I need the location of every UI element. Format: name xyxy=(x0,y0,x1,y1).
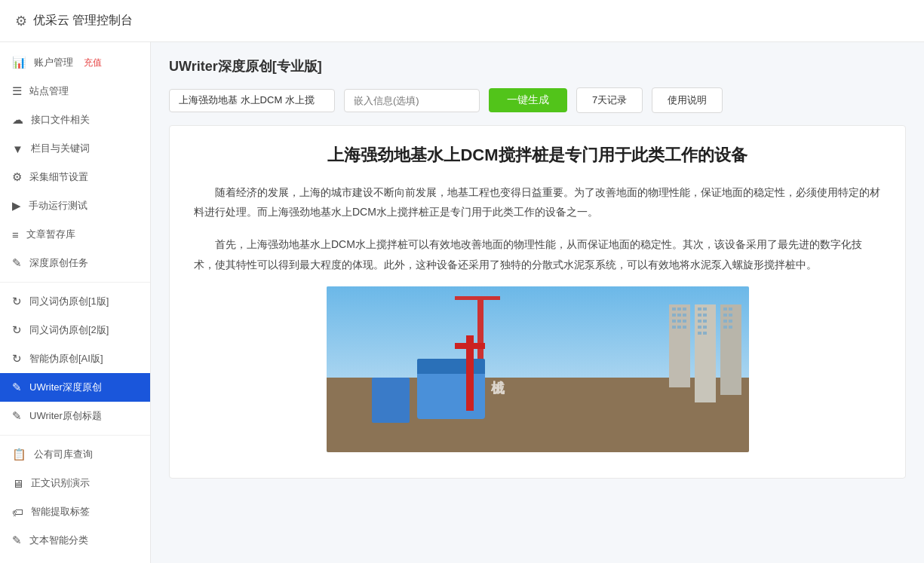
filter-icon: ▼ xyxy=(12,142,23,155)
building-3 xyxy=(720,304,741,395)
sidebar-label-uwriterdeep: UWriter深度原创 xyxy=(29,381,102,394)
generate-button[interactable]: 一键生成 xyxy=(489,88,567,112)
sidebar-label-synonym1: 同义词伪原创[1版] xyxy=(29,295,109,308)
recharge-badge[interactable]: 充值 xyxy=(84,57,102,69)
sidebar-label-deeporiginal: 深度原创任务 xyxy=(29,256,88,270)
sidebar-label-collection: 采集细节设置 xyxy=(29,170,88,184)
keyword-input[interactable] xyxy=(169,89,335,112)
sidebar-divider-2 xyxy=(0,435,150,436)
header: ⚙ 优采云 管理控制台 xyxy=(0,0,924,42)
red-pole xyxy=(466,335,474,411)
refresh-icon-1: ↻ xyxy=(12,295,22,308)
sidebar-label-smarttag: 智能提取标签 xyxy=(31,505,90,519)
building-1 xyxy=(669,304,690,387)
sidebar-item-textclass[interactable]: ✎ 文本智能分类 xyxy=(0,526,150,555)
sidebar-item-uwriterdeep[interactable]: ✎ UWriter深度原创 xyxy=(0,373,150,402)
layout: 📊 账户管理 充值 ☰ 站点管理 ☁ 接口文件相关 ▼ 栏目与关键词 ⚙ 采集细… xyxy=(0,42,924,563)
sidebar-item-columns[interactable]: ▼ 栏目与关键词 xyxy=(0,134,150,163)
buildings-group xyxy=(669,304,741,402)
play-icon: ▶ xyxy=(12,199,21,213)
sidebar: 📊 账户管理 充值 ☰ 站点管理 ☁ 接口文件相关 ▼ 栏目与关键词 ⚙ 采集细… xyxy=(0,42,151,563)
equipment-secondary xyxy=(372,378,410,423)
article-title: 上海强劲地基水上DCM搅拌桩是专门用于此类工作的设备 xyxy=(194,144,881,167)
clipboard-icon: 📋 xyxy=(12,448,26,461)
content-box: 上海强劲地基水上DCM搅拌桩是专门用于此类工作的设备 随着经济的发展，上海的城市… xyxy=(169,125,906,479)
sidebar-item-smarttag[interactable]: 🏷 智能提取标签 xyxy=(0,497,150,526)
article-image: 机械 xyxy=(327,286,749,452)
article-paragraph-1: 随着经济的发展，上海的城市建设不断向前发展，地基工程也变得日益重要。为了改善地面… xyxy=(194,182,881,222)
history-button[interactable]: 7天记录 xyxy=(576,87,643,113)
gear-icon: ⚙ xyxy=(15,13,27,29)
sidebar-label-recognition: 正文识别演示 xyxy=(31,476,90,490)
sidebar-label-interface: 接口文件相关 xyxy=(31,113,90,127)
chart-icon: 📊 xyxy=(12,56,26,69)
sidebar-item-manual[interactable]: ▶ 手动运行测试 xyxy=(0,191,150,220)
text-icon: ✎ xyxy=(12,534,22,547)
cloud-icon: ☁ xyxy=(12,113,23,127)
sidebar-item-uwritertitle[interactable]: ✎ UWriter原创标题 xyxy=(0,402,150,430)
sidebar-label-textclass: 文本智能分类 xyxy=(29,534,88,547)
tag-icon: 🏷 xyxy=(12,506,23,519)
app-title: 优采云 管理控制台 xyxy=(33,13,133,29)
sidebar-label-account: 账户管理 xyxy=(34,56,73,69)
settings-icon: ⚙ xyxy=(12,170,22,184)
sidebar-label-uwritertitle: UWriter原创标题 xyxy=(29,409,102,423)
sidebar-item-synonym1[interactable]: ↻ 同义词伪原创[1版] xyxy=(0,287,150,316)
sidebar-item-deeporiginal[interactable]: ✎ 深度原创任务 xyxy=(0,249,150,277)
stack-icon: ≡ xyxy=(12,228,19,241)
sidebar-item-draft[interactable]: ≡ 文章暂存库 xyxy=(0,220,150,249)
article-paragraph-2: 首先，上海强劲地基水上DCM水上搅拌桩可以有效地改善地面的物理性能，从而保证地面… xyxy=(194,234,881,274)
page-title: UWriter深度原创[专业版] xyxy=(169,57,906,75)
embed-input[interactable] xyxy=(344,89,480,112)
edit-icon-3: ✎ xyxy=(12,409,22,423)
toolbar: 一键生成 7天记录 使用说明 xyxy=(169,87,906,113)
building-2 xyxy=(695,304,716,402)
sidebar-label-draft: 文章暂存库 xyxy=(26,228,75,241)
sidebar-item-account[interactable]: 📊 账户管理 充值 xyxy=(0,48,150,77)
sidebar-label-manual: 手动运行测试 xyxy=(29,199,87,213)
sidebar-divider-1 xyxy=(0,282,150,283)
edit-icon: ✎ xyxy=(12,256,22,270)
refresh-icon-2: ↻ xyxy=(12,323,22,337)
sidebar-item-recognition[interactable]: 🖥 正文识别演示 xyxy=(0,469,150,497)
sidebar-label-columns: 栏目与关键词 xyxy=(31,142,90,155)
sidebar-item-synonym2[interactable]: ↻ 同义词伪原创[2版] xyxy=(0,316,150,344)
main-content: UWriter深度原创[专业版] 一键生成 7天记录 使用说明 上海强劲地基水上… xyxy=(151,42,924,563)
sidebar-label-aifake: 智能伪原创[AI版] xyxy=(29,352,103,366)
sidebar-item-aifake[interactable]: ↻ 智能伪原创[AI版] xyxy=(0,344,150,373)
sidebar-label-company: 公有司库查询 xyxy=(34,448,93,461)
equipment-main xyxy=(417,359,485,419)
sidebar-item-site[interactable]: ☰ 站点管理 xyxy=(0,77,150,106)
monitor-icon: 🖥 xyxy=(12,477,23,490)
header-title: ⚙ 优采云 管理控制台 xyxy=(15,13,133,29)
refresh-icon-3: ↻ xyxy=(12,352,22,366)
help-button[interactable]: 使用说明 xyxy=(652,87,723,113)
sidebar-item-interface[interactable]: ☁ 接口文件相关 xyxy=(0,106,150,134)
edit-icon-2: ✎ xyxy=(12,381,22,394)
list-icon: ☰ xyxy=(12,84,22,98)
sidebar-item-collection[interactable]: ⚙ 采集细节设置 xyxy=(0,163,150,191)
sidebar-item-company[interactable]: 📋 公有司库查询 xyxy=(0,440,150,469)
sidebar-label-site: 站点管理 xyxy=(29,84,69,98)
sidebar-label-synonym2: 同义词伪原创[2版] xyxy=(29,323,109,337)
